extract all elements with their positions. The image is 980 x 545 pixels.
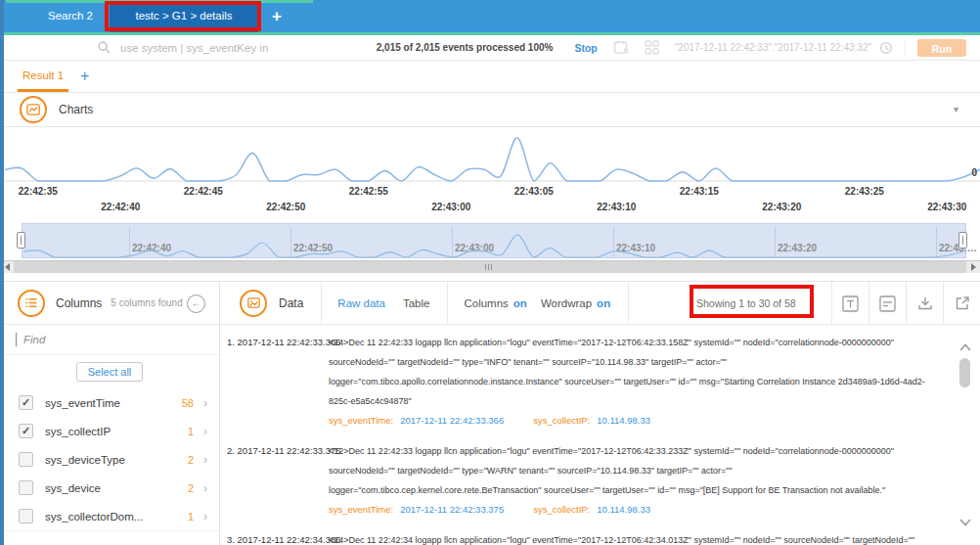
log-row[interactable]: 2. 2017-12-11 22:42:33.375<12>Dec 11 22:… (220, 441, 947, 520)
timeline-minimap[interactable]: 22:42:4022:42:5022:43:0022:43:1022:43:20… (0, 221, 980, 262)
field-name: sys_collectIP: (533, 504, 590, 515)
x-tick-label: 22:42:45 (174, 186, 233, 197)
add-result-button[interactable]: + (80, 61, 89, 92)
column-count: 1 (172, 511, 194, 522)
column-item[interactable]: sys_deviceType2› (0, 445, 219, 474)
field-value[interactable]: 10.114.98.33 (597, 415, 650, 426)
data-panel: Data Raw data Table Columns on Wordwrap … (220, 282, 980, 545)
tab-active-testc[interactable]: testc > G1 > details (110, 0, 258, 32)
log-raw-text: <14>Dec 11 22:42:33 logapp llcn applicat… (329, 333, 947, 411)
x-tick-label: 22:42:35 (9, 186, 67, 197)
column-checkbox[interactable]: ✓ (19, 395, 33, 410)
history-clock-icon[interactable] (879, 41, 893, 55)
column-count: 1 (172, 426, 194, 437)
scroll-up-icon[interactable] (958, 339, 972, 356)
x-tick-label: 22:43:00 (422, 202, 480, 212)
wordwrap-toggle-label: Wordwrap (541, 297, 592, 309)
field-value[interactable]: 2017-12-11 22:42:33.375 (400, 504, 504, 515)
find-input[interactable] (16, 333, 192, 346)
collapse-panel-icon[interactable]: ← (187, 295, 205, 313)
table-toggle[interactable]: Table (403, 297, 430, 309)
header-separator (447, 282, 448, 325)
column-name: sys_eventTime (45, 397, 120, 409)
header-separator (321, 282, 322, 325)
column-item[interactable]: ✓sys_collectIP1› (0, 417, 219, 445)
column-name: sys_deviceType (45, 454, 125, 466)
wordwrap-toggle-state[interactable]: on (597, 297, 610, 309)
add-tab-button[interactable]: + (260, 0, 293, 32)
chevron-down-icon[interactable]: ▾ (954, 104, 958, 114)
column-item[interactable]: ✓sys_eventTime58› (0, 388, 219, 417)
column-item[interactable]: sys_device2› (0, 474, 219, 502)
column-name: sys_collectIP (45, 426, 111, 437)
column-item[interactable]: sys_collectorDom...1› (0, 502, 219, 530)
data-panel-title: Data (279, 296, 303, 310)
brush-handle-right[interactable] (958, 232, 967, 249)
scroll-down-icon[interactable] (958, 514, 972, 531)
column-checkbox[interactable] (19, 480, 33, 495)
log-fields: sys_eventTime:2017-12-11 22:42:33.366sys… (329, 411, 947, 431)
log-timestamp: 2. 2017-12-11 22:42:33.375 (220, 441, 321, 520)
main-chart-line (5, 138, 980, 181)
chevron-right-icon[interactable]: › (203, 481, 207, 495)
stop-button[interactable]: Stop (574, 42, 597, 54)
x-tick-label: 22:43:25 (835, 186, 894, 197)
chevron-right-icon[interactable]: › (203, 453, 207, 467)
scrollbar-grip[interactable] (485, 264, 492, 270)
column-name: sys_device (45, 482, 101, 494)
log-body: <12>Dec 11 22:42:33 logapp llcn applicat… (329, 441, 947, 520)
time-range-field[interactable]: "2017-12-11 22:42:33":"2017-12-11 22:43:… (675, 42, 871, 53)
charts-icon (20, 96, 47, 123)
save-search-icon[interactable] (613, 40, 629, 55)
columns-panel: Columns 5 columns found ← Select all ✓sy… (0, 282, 220, 545)
x-tick-label: 22:43:15 (670, 186, 729, 197)
horizontal-scrollbar[interactable] (0, 260, 980, 273)
columns-icon (18, 290, 45, 317)
charts-section-header[interactable]: Charts ▾ (0, 92, 980, 127)
timeline-chart[interactable]: 22:42:3522:42:4022:42:4522:42:5022:42:55… (0, 127, 980, 223)
column-checkbox[interactable] (19, 452, 33, 467)
vertical-scrollbar[interactable] (957, 339, 974, 539)
data-icon (240, 290, 267, 317)
x-tick-label: 22:43:05 (505, 186, 563, 197)
log-row[interactable]: 1. 2017-12-11 22:42:33.366<14>Dec 11 22:… (220, 333, 947, 431)
chevron-right-icon[interactable]: › (203, 396, 207, 410)
column-count: 2 (172, 454, 194, 466)
columns-toggle-label: Columns (464, 297, 508, 309)
log-timestamp: 3. 2017-12-11 22:42:34.386 (220, 530, 321, 545)
column-name: sys_collectorDom... (45, 511, 143, 522)
search-icon (98, 41, 111, 54)
run-button[interactable]: Run (917, 39, 966, 57)
column-checkbox[interactable]: ✓ (19, 424, 33, 438)
query-bar: 2,015 of 2,015 events processed 100% Sto… (0, 35, 980, 61)
scrollbar-thumb[interactable] (959, 358, 970, 387)
download-icon[interactable] (907, 295, 943, 311)
select-all-button[interactable]: Select all (76, 362, 144, 382)
x-tick-label: 22:42:55 (339, 186, 398, 197)
field-name: sys_collectIP: (533, 415, 590, 426)
line-view-icon[interactable] (869, 295, 906, 312)
chevron-right-icon[interactable]: › (203, 425, 207, 438)
columns-toggle-state[interactable]: on (513, 297, 527, 309)
column-checkbox[interactable] (19, 509, 33, 523)
grid-view-icon[interactable] (645, 40, 659, 55)
columns-list: ✓sys_eventTime58›✓sys_collectIP1›sys_dev… (0, 388, 219, 531)
query-bar-separator (905, 40, 906, 56)
select-all-row: Select all (0, 355, 219, 388)
open-external-icon[interactable] (944, 295, 980, 311)
log-list: 1. 2017-12-11 22:42:33.366<14>Dec 11 22:… (220, 325, 947, 545)
field-value[interactable]: 10.114.98.33 (597, 504, 650, 515)
log-timestamp: 1. 2017-12-11 22:42:33.366 (220, 333, 321, 431)
chevron-right-icon[interactable]: › (203, 510, 207, 523)
brush-handle-left[interactable] (17, 232, 25, 249)
font-size-icon[interactable] (832, 295, 869, 312)
log-row[interactable]: 3. 2017-12-11 22:42:34.386<14>Dec 11 22:… (220, 530, 947, 545)
tab-search-2[interactable]: Search 2 (32, 0, 109, 32)
column-count: 2 (172, 482, 194, 494)
raw-data-toggle[interactable]: Raw data (337, 297, 385, 309)
query-input[interactable] (118, 41, 352, 55)
scroll-right-arrow[interactable] (966, 261, 980, 273)
field-value[interactable]: 2017-12-11 22:42:33.366 (400, 415, 504, 426)
tab-result-1[interactable]: Result 1 (18, 61, 68, 92)
log-raw-text: <12>Dec 11 22:42:33 logapp llcn applicat… (329, 441, 947, 500)
